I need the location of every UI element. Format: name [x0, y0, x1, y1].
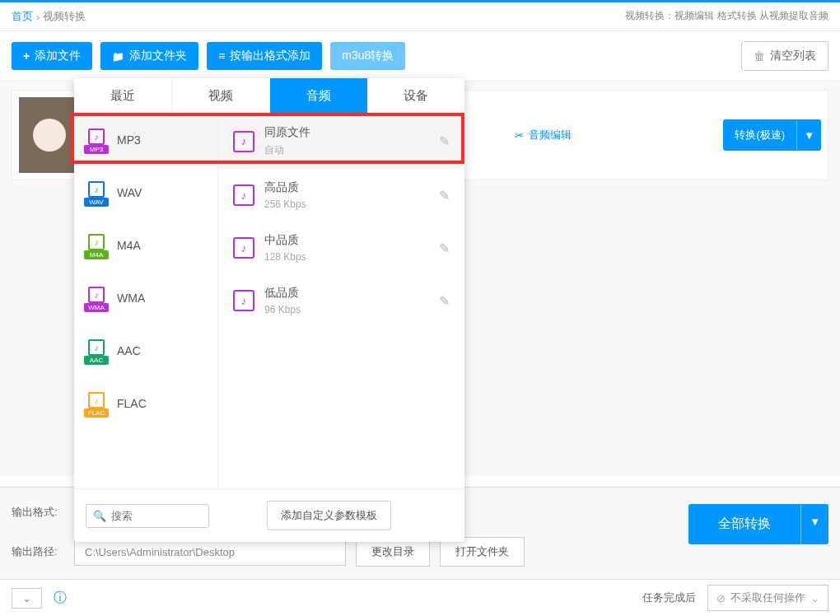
format-file-icon: ♪ [86, 180, 107, 206]
music-note-icon: ♪ [233, 237, 254, 259]
format-label: FLAC [117, 397, 147, 410]
quality-sub: 256 Kbps [264, 198, 429, 210]
no-action-icon: ⊘ [716, 592, 726, 604]
expand-toggle[interactable]: ⌄ [12, 588, 42, 609]
quality-item[interactable]: ♪高品质256 Kbps✎ [218, 169, 464, 222]
plus-icon [23, 49, 30, 63]
format-label: M4A [117, 239, 141, 252]
convert-all-button: 全部转换 ▼ [688, 504, 828, 544]
tab-device[interactable]: 设备 [367, 78, 464, 114]
custom-template-button[interactable]: 添加自定义参数模板 [267, 501, 391, 530]
music-note-icon: ♪ [233, 131, 254, 152]
breadcrumb-current: 视频转换 [43, 9, 86, 24]
format-file-icon: ♪ [86, 285, 107, 311]
file-thumbnail [19, 97, 80, 173]
format-item-wav[interactable]: ♪WAV [74, 166, 217, 219]
convert-main[interactable]: 转换(极速) [723, 119, 796, 151]
format-file-icon: ♪ [86, 232, 107, 259]
music-note-icon: ♪ [233, 290, 254, 311]
page-description: 视频转换：视频编辑 格式转换 从视频提取音频 [625, 9, 828, 24]
convert-dropdown[interactable]: ▼ [796, 121, 821, 150]
format-label: AAC [117, 344, 141, 357]
convert-all-dropdown[interactable]: ▼ [800, 504, 828, 544]
format-item-flac[interactable]: ♪FLAC [74, 377, 217, 430]
quality-title: 中品质 [264, 233, 429, 248]
music-note-icon: ♪ [233, 184, 254, 206]
tab-recent[interactable]: 最近 [74, 78, 172, 114]
edit-preset-icon[interactable]: ✎ [439, 188, 450, 203]
format-file-icon: ♪ [86, 127, 107, 153]
add-folder-button[interactable]: 添加文件夹 [100, 42, 198, 70]
format-label: WMA [117, 292, 145, 305]
m3u8-convert-button[interactable]: m3u8转换 [330, 42, 405, 70]
tab-audio[interactable]: 音频 [270, 78, 367, 114]
after-task-label: 任务完成后 [642, 590, 696, 605]
edit-preset-icon[interactable]: ✎ [439, 133, 450, 149]
format-item-aac[interactable]: ♪AAC [74, 324, 217, 377]
trash-icon [754, 49, 765, 63]
tab-video[interactable]: 视频 [172, 78, 270, 114]
search-icon: 🔍 [93, 510, 106, 522]
output-format-label: 输出格式: [12, 505, 64, 520]
format-label: MP3 [117, 133, 141, 147]
convert-button: 转换(极速) ▼ [723, 119, 821, 151]
quality-item[interactable]: ♪同原文件自动✎ [218, 114, 464, 169]
add-by-format-button[interactable]: 按输出格式添加 [207, 42, 322, 70]
format-file-icon: ♪ [86, 338, 107, 364]
folder-icon [112, 49, 124, 63]
search-input[interactable] [111, 510, 202, 522]
convert-all-main[interactable]: 全部转换 [688, 504, 800, 544]
edit-preset-icon[interactable]: ✎ [439, 240, 450, 256]
scissors-icon [515, 129, 524, 142]
info-icon[interactable]: ⓘ [54, 590, 67, 607]
add-file-button[interactable]: 添加文件 [12, 42, 92, 70]
quality-sub: 自动 [264, 143, 429, 157]
format-file-icon: ♪ [86, 390, 107, 417]
quality-title: 低品质 [264, 286, 429, 301]
clear-list-button[interactable]: 清空列表 [741, 41, 828, 71]
quality-title: 高品质 [264, 180, 429, 195]
output-path-label: 输出路径: [12, 544, 64, 559]
after-task-select[interactable]: ⊘ 不采取任何操作 ⌄ [707, 585, 828, 611]
quality-title: 同原文件 [264, 125, 429, 140]
audio-edit-button[interactable]: 音频编辑 [515, 128, 572, 142]
format-item-m4a[interactable]: ♪M4A [74, 219, 217, 272]
quality-sub: 128 Kbps [264, 251, 429, 263]
breadcrumb: 首页 › 视频转换 [12, 9, 86, 24]
quality-sub: 96 Kbps [264, 304, 429, 315]
search-input-wrap[interactable]: 🔍 [86, 504, 209, 528]
breadcrumb-home[interactable]: 首页 [12, 9, 33, 24]
format-picker-panel: 最近 视频 音频 设备 ♪MP3♪WAV♪M4A♪WMA♪AAC♪FLAC ♪同… [74, 78, 464, 542]
format-item-mp3[interactable]: ♪MP3 [74, 114, 217, 166]
quality-item[interactable]: ♪低品质96 Kbps✎ [218, 274, 464, 327]
output-path-field[interactable]: C:\Users\Administrator\Desktop [74, 539, 346, 566]
format-item-wma[interactable]: ♪WMA [74, 272, 217, 324]
chevron-down-icon: ⌄ [810, 592, 819, 604]
format-label: WAV [117, 186, 142, 199]
quality-item[interactable]: ♪中品质128 Kbps✎ [218, 222, 464, 274]
chevron-right-icon: › [36, 11, 40, 23]
edit-preset-icon[interactable]: ✎ [439, 293, 450, 309]
list-icon [218, 49, 225, 63]
